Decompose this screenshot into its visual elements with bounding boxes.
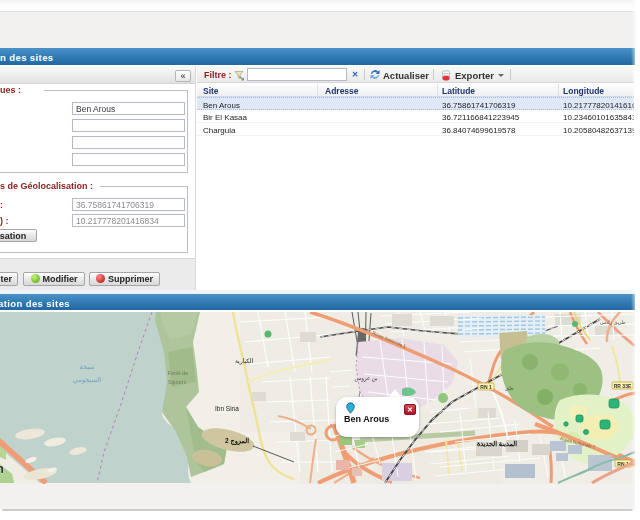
svg-text:الكبارية: الكبارية (235, 358, 254, 365)
svg-text:حلق: حلق (505, 385, 514, 391)
svg-text:المروج 2: المروج 2 (225, 437, 249, 445)
svg-text:السيجومي: السيجومي (73, 376, 101, 384)
svg-text:بن عروس: بن عروس (355, 375, 378, 382)
svg-text:Forêt de: Forêt de (168, 370, 188, 376)
svg-text:طريق رادس: طريق رادس (600, 319, 626, 325)
svg-text:المدينة الجديدة: المدينة الجديدة (477, 440, 517, 447)
svg-text:n: n (0, 461, 4, 476)
svg-text:Sijoumi: Sijoumi (168, 379, 186, 385)
svg-text:RR 33E: RR 33E (614, 383, 632, 389)
svg-text:RN 1: RN 1 (480, 384, 492, 390)
svg-text:Ibn Sina: Ibn Sina (215, 405, 239, 412)
svg-text:سبخة: سبخة (79, 363, 94, 370)
